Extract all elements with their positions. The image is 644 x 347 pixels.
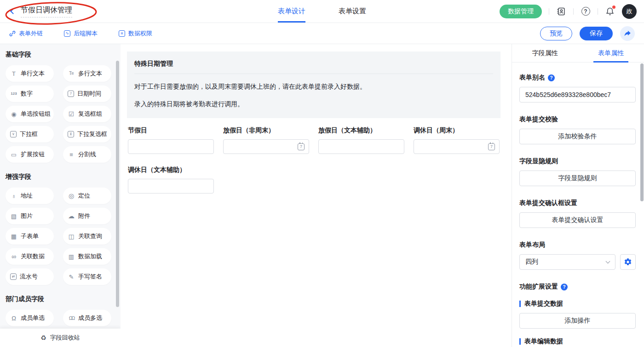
add-validation-button[interactable]: 添加校验条件 <box>519 129 636 144</box>
date-input[interactable]: 7 <box>223 139 309 154</box>
field-pill-label: 下拉框 <box>20 130 38 138</box>
text-input[interactable] <box>128 139 214 154</box>
sidebar-groups: 基础字段T单行文本T≡多行文本123数字7日期时间◉单选按钮组☑复选框组∨下拉框… <box>6 51 115 326</box>
tab-form-properties[interactable]: 表单属性 <box>578 44 644 62</box>
field-pill-linked-data[interactable]: ∞关联数据 <box>6 248 54 265</box>
help-icon[interactable]: ? <box>548 74 555 81</box>
sidebar-group-title: 基础字段 <box>6 51 115 59</box>
field-pill-multi-select[interactable]: ⊻下拉复选框 <box>63 126 111 142</box>
field-palette-sidebar: 基础字段T单行文本T≡多行文本123数字7日期时间◉单选按钮组☑复选框组∨下拉框… <box>0 44 121 347</box>
field-pill-linked-query[interactable]: ◫关联查询 <box>63 228 111 245</box>
field-pill-label: 子表单 <box>21 232 39 240</box>
sidebar-scrollbar[interactable] <box>116 61 119 307</box>
field-pill-label: 单行文本 <box>21 69 45 78</box>
data-permission-link[interactable]: ≡ 数据权限 <box>119 29 152 38</box>
visibility-rules-button[interactable]: 字段显隐规则 <box>519 171 636 186</box>
form-field: 节假日 <box>128 126 214 154</box>
data-manage-button[interactable]: 数据管理 <box>500 5 542 18</box>
sidebar-pill-grid: Ω成员单选ΩΩ成员多选 <box>6 310 115 326</box>
calendar-icon: 7 <box>298 143 305 150</box>
form-description-line: 对于工作日需要放假的，以及周末需要调休上班的，请在此表单提前录入好数据。 <box>134 82 493 91</box>
share-button[interactable] <box>620 26 635 41</box>
page-title[interactable]: 节假日调休管理 <box>21 6 72 17</box>
sidebar-pill-grid: T单行文本T≡多行文本123数字7日期时间◉单选按钮组☑复选框组∨下拉框⊻下拉复… <box>6 65 115 163</box>
tab-form-settings[interactable]: 表单设置 <box>339 0 366 23</box>
tab-form-design[interactable]: 表单设计 <box>278 0 305 23</box>
field-pill-label: 数据加载 <box>78 252 102 261</box>
form-description-block[interactable]: 特殊日期管理 对于工作日需要放假的，以及周末需要调休上班的，请在此表单提前录入好… <box>127 51 500 118</box>
form-field-label: 放假日（文本辅助） <box>318 126 404 135</box>
contacts-icon[interactable] <box>556 6 566 17</box>
form-alias-input[interactable]: 524b525d6e893328e800bec7 <box>519 87 636 102</box>
field-pill-member-multi[interactable]: ΩΩ成员多选 <box>63 310 111 326</box>
layout-select[interactable]: 四列 <box>519 254 615 270</box>
field-pill-select[interactable]: ∨下拉框 <box>6 126 54 142</box>
linked-data-icon: ∞ <box>10 253 17 260</box>
form-canvas: 特殊日期管理 对于工作日需要放假的，以及周末需要调休上班的，请在此表单提前录入好… <box>121 44 512 347</box>
layout-select-value: 四列 <box>525 258 538 266</box>
field-pill-subform[interactable]: ▦子表单 <box>6 228 54 245</box>
panel-scrollbar[interactable] <box>640 63 644 201</box>
preview-button[interactable]: 预览 <box>540 27 572 40</box>
sidebar-group-title: 部门成员字段 <box>6 295 115 303</box>
field-pill-address-pin[interactable]: ♁地址 <box>6 188 54 204</box>
field-pill-serial-number[interactable]: ⇄流水号 <box>6 268 54 285</box>
backend-script-link[interactable]: ∿ 后端脚本 <box>64 29 98 38</box>
topbar-right: 数据管理 ? 政 <box>500 4 637 19</box>
field-pill-datetime[interactable]: 7日期时间 <box>63 85 111 102</box>
field-recycle-bin[interactable]: ♻ 字段回收站 <box>0 329 121 347</box>
help-icon[interactable]: ? <box>581 6 591 17</box>
form-field-label: 调休日（文本辅助） <box>128 166 214 174</box>
help-icon[interactable]: ? <box>561 284 568 290</box>
field-pill-data-load[interactable]: ▥数据加载 <box>63 248 111 265</box>
field-pill-multi-line-text[interactable]: T≡多行文本 <box>63 65 111 82</box>
toolbar-link-label: 后端脚本 <box>74 29 98 38</box>
form-external-link[interactable]: 表单外链 <box>9 29 43 38</box>
field-pill-checkbox-group[interactable]: ☑复选框组 <box>63 106 111 122</box>
field-pill-label: 数字 <box>21 90 33 98</box>
member-single-icon: Ω <box>10 315 17 321</box>
form-field: 调休日（文本辅助） <box>128 166 214 193</box>
field-pill-image[interactable]: ▧图片 <box>6 208 54 224</box>
select-icon: ∨ <box>10 131 17 137</box>
panel-tabs: 字段属性 表单属性 <box>512 44 644 63</box>
field-pill-number[interactable]: 123数字 <box>6 85 54 102</box>
gear-icon <box>624 258 632 266</box>
serial-number-icon: ⇄ <box>10 273 17 280</box>
main-area: 基础字段T单行文本T≡多行文本123数字7日期时间◉单选按钮组☑复选框组∨下拉框… <box>0 44 644 347</box>
field-pill-extend-button[interactable]: ▭扩展按钮 <box>6 146 54 163</box>
back-chevron-icon[interactable] <box>10 8 16 14</box>
form-layout-row: 四列 <box>519 254 636 270</box>
submit-confirm-label: 表单提交确认框设置 <box>519 199 636 207</box>
field-pill-divider[interactable]: ≡分割线 <box>63 146 111 163</box>
field-pill-label: 手写签名 <box>78 273 102 281</box>
field-pill-signature-pen[interactable]: ✎手写签名 <box>63 268 111 285</box>
field-pill-location-target[interactable]: ◎定位 <box>63 188 111 204</box>
multi-line-text-icon: T≡ <box>68 71 75 76</box>
text-input[interactable] <box>318 139 404 154</box>
field-pill-attachment-cloud[interactable]: ☁附件 <box>63 208 111 224</box>
date-input[interactable]: 7 <box>414 139 500 154</box>
field-pill-label: 定位 <box>78 192 90 200</box>
save-button[interactable]: 保存 <box>580 27 613 40</box>
signature-pen-icon: ✎ <box>68 274 75 280</box>
tab-field-properties[interactable]: 字段属性 <box>512 44 578 62</box>
field-pill-radio-group[interactable]: ◉单选按钮组 <box>6 106 54 122</box>
field-pill-member-single[interactable]: Ω成员单选 <box>6 310 54 326</box>
avatar[interactable]: 政 <box>622 4 637 19</box>
add-submit-action-button[interactable]: 添加操作 <box>519 313 636 329</box>
share-arrow-icon <box>624 30 631 37</box>
topbar-tabs: 表单设计 表单设置 <box>278 0 366 23</box>
form-edit-data-label: 表单编辑数据 <box>519 337 636 346</box>
form-field: 调休日（周末）7 <box>414 126 500 154</box>
text-input[interactable] <box>128 179 214 193</box>
layout-settings-button[interactable] <box>620 254 636 270</box>
blue-bar-marker <box>519 301 521 307</box>
link-icon <box>9 30 16 37</box>
bell-icon[interactable] <box>605 6 615 17</box>
field-pill-label: 关联查询 <box>78 232 102 240</box>
submit-confirm-button[interactable]: 表单提交确认设置 <box>519 212 636 228</box>
field-pill-single-line-text[interactable]: T单行文本 <box>6 65 54 82</box>
multi-select-icon: ⊻ <box>68 131 74 137</box>
divider <box>573 8 574 15</box>
